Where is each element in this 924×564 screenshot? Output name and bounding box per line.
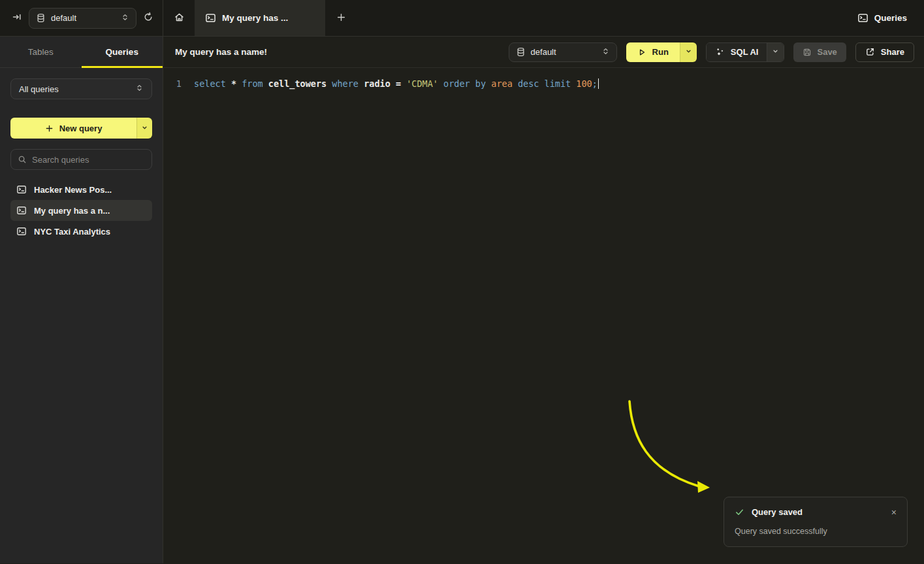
search-box [10,149,152,170]
code-token: select [194,78,231,89]
sql-editor[interactable]: 1 select * from cell_towers where radio … [163,68,924,563]
toast-close-button[interactable]: × [891,508,897,517]
search-queries-input[interactable] [32,155,147,165]
query-tab-active[interactable]: My query has ... [195,0,325,36]
refresh-button[interactable] [143,12,153,24]
main-panel: My query has a name! default [163,37,924,563]
code-token: where [332,78,364,89]
page-title: My query has a name! [175,47,267,57]
sql-ai-dropdown-button[interactable] [767,43,784,61]
tab-tables[interactable]: Tables [0,37,82,67]
tab-tables-label: Tables [28,47,54,57]
body-row: Tables Queries All queries [0,37,924,563]
code-token: 'CDMA' [406,78,443,89]
query-item[interactable]: Hacker News Pos... [10,179,152,200]
terminal-icon [16,184,27,195]
new-query-button[interactable]: New query [10,118,136,139]
home-icon [174,12,185,25]
new-query-label: New query [59,124,103,133]
query-item[interactable]: My query has a n... [10,200,152,221]
refresh-icon [143,12,153,24]
toolbar: default Run [509,42,914,62]
chevron-down-icon [685,47,692,57]
toolbar-database-select-value: default [531,47,556,57]
save-button-label: Save [817,47,836,57]
terminal-icon [857,12,868,24]
code-token: cell_towers [268,78,332,89]
query-list: Hacker News Pos...My query has a n...NYC… [10,179,152,242]
share-button[interactable]: Share [855,42,914,62]
sidebar-database-select-value: default [51,13,76,23]
run-dropdown-button[interactable] [680,42,697,62]
save-icon [803,48,812,57]
close-icon: × [891,507,897,518]
text-cursor [598,78,599,89]
terminal-icon [205,12,216,24]
share-button-label: Share [881,47,904,57]
code-line: 1 select * from cell_towers where radio … [163,76,924,90]
top-bar: default My query has .. [0,0,924,37]
query-item[interactable]: NYC Taxi Analytics [10,221,152,242]
chevron-updown-icon [135,84,144,94]
code-token: radio [364,78,396,89]
query-tab-label: My query has ... [222,13,288,23]
run-button-label: Run [652,47,669,57]
code-token: order by [443,78,491,89]
check-icon [735,507,744,517]
search-icon [18,155,27,164]
database-icon [516,47,526,57]
sidebar-content: All queries New query [0,68,163,252]
share-icon [865,47,875,57]
query-item-label: Hacker News Pos... [34,185,112,195]
chevron-updown-icon [601,47,610,58]
sql-ai-button-label: SQL AI [731,47,759,57]
tab-queries[interactable]: Queries [82,37,163,67]
collapse-sidebar-icon [12,12,22,24]
tab-strip: My query has ... Queries [163,0,924,36]
new-tab-button[interactable] [325,0,357,36]
sparkles-icon [715,47,725,57]
line-number: 1 [163,78,182,89]
new-query-split-button: New query [10,118,152,139]
query-filter-value: All queries [19,84,59,94]
code-line-content: select * from cell_towers where radio = … [194,78,599,89]
toast-header: Query saved × [735,507,897,517]
sidebar-tabs: Tables Queries [0,37,163,68]
run-split-button: Run [626,42,697,62]
query-item-label: NYC Taxi Analytics [34,227,110,237]
sidebar-collapse-button[interactable] [12,12,22,24]
toolbar-database-select[interactable]: default [509,42,617,62]
plus-icon [45,124,54,133]
top-bar-left: default [0,0,163,36]
sql-ai-button[interactable]: SQL AI [707,43,767,61]
query-filter-select[interactable]: All queries [10,78,152,99]
sql-console-app: default My query has .. [0,0,924,564]
run-button[interactable]: Run [626,42,680,62]
play-icon [637,48,646,57]
chevron-updown-icon [121,13,129,24]
terminal-icon [16,226,27,237]
toast-query-saved: Query saved × Query saved successfully [724,497,908,547]
code-token: desc [518,78,545,89]
home-button[interactable] [163,0,195,36]
toast-title: Query saved [752,507,803,517]
save-button[interactable]: Save [793,42,846,62]
plus-icon [336,11,346,25]
database-icon [36,13,46,23]
chevron-down-icon [141,124,148,133]
new-query-dropdown-button[interactable] [136,118,152,139]
query-item-label: My query has a n... [34,206,110,216]
code-token: limit [545,78,577,89]
queries-panel-label: Queries [874,13,907,23]
terminal-icon [16,205,27,216]
code-token: from [242,78,268,89]
sidebar-database-select[interactable]: default [29,8,136,29]
code-token: 100 [576,78,592,89]
code-token: = [396,78,406,89]
code-token: area [491,78,518,89]
code-token: * [231,78,242,89]
sql-ai-split-button: SQL AI [706,42,785,62]
tab-queries-label: Queries [106,47,138,57]
toast-message: Query saved successfully [735,527,897,536]
queries-panel-toggle[interactable]: Queries [857,0,924,36]
